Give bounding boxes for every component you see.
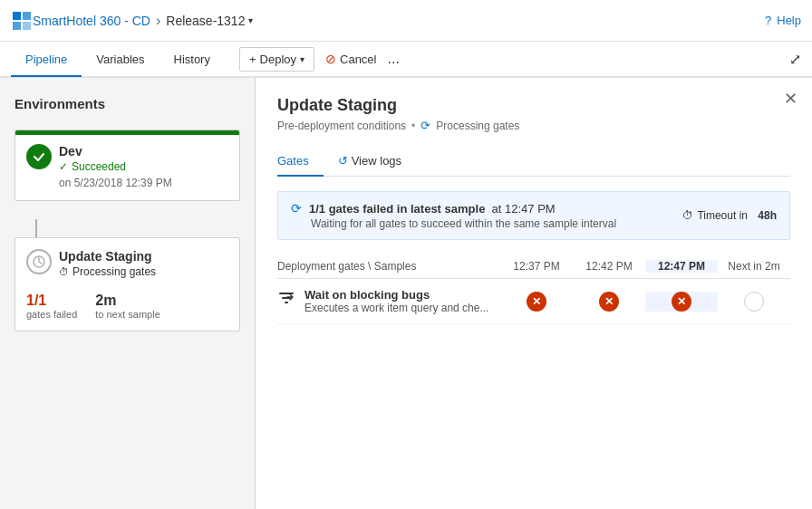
deploy-dropdown-icon[interactable]: ▾ xyxy=(300,54,304,64)
top-bar-right: ? Help xyxy=(765,14,801,27)
gate-status-1237: ✕ xyxy=(500,292,573,312)
col-header-1237: 12:37 PM xyxy=(500,260,573,273)
detail-tabs: Gates ↺ View logs xyxy=(277,147,790,177)
alert-timeout: ⏱ Timeout in 48h xyxy=(682,209,777,222)
app-name[interactable]: SmartHotel 360 - CD xyxy=(33,14,150,28)
breadcrumb-separator: › xyxy=(156,13,160,29)
main-content: Environments Dev ✓ Succeeded on 5/23/201… xyxy=(0,78,812,509)
gate-desc: Executes a work item query and che... xyxy=(304,302,488,314)
toolbar-actions: + Deploy ▾ ⊘ Cancel ... xyxy=(239,47,400,72)
logo-area xyxy=(11,10,33,32)
alert-sub-text: Waiting for all gates to succeed within … xyxy=(291,217,616,230)
release-dropdown-icon[interactable]: ▾ xyxy=(248,15,253,25)
left-panel: Environments Dev ✓ Succeeded on 5/23/201… xyxy=(0,78,256,509)
staging-env-name: Update Staging xyxy=(59,249,156,264)
svg-rect-1 xyxy=(23,12,31,20)
svg-rect-7 xyxy=(285,302,288,303)
clock-icon: ⏱ xyxy=(59,266,69,277)
alert-left: ⟳ 1/1 gates failed in latest sample at 1… xyxy=(291,201,616,230)
toolbar: Pipeline Variables History + Deploy ▾ ⊘ … xyxy=(0,42,812,78)
gates-failed-value: 1/1 xyxy=(26,293,77,309)
gate-filter-icon xyxy=(277,290,295,312)
dev-env-icon xyxy=(26,144,52,169)
status-empty-icon xyxy=(744,292,764,312)
timeout-value: 48h xyxy=(758,209,777,222)
plus-icon: + xyxy=(249,53,256,66)
expand-icon[interactable]: ⤢ xyxy=(789,52,801,67)
gate-table-header: Deployment gates \ Samples 12:37 PM 12:4… xyxy=(277,254,790,279)
environments-title: Environments xyxy=(14,96,240,111)
gate-name: Wait on blocking bugs xyxy=(304,288,488,302)
gates-failed-label: gates failed xyxy=(26,309,77,320)
staging-env-icon xyxy=(26,249,52,274)
svg-rect-5 xyxy=(279,293,294,294)
more-button[interactable]: ... xyxy=(387,51,399,67)
processing-spinner-icon: ⟳ xyxy=(420,119,430,132)
dev-env-status: ✓ Succeeded xyxy=(59,160,172,173)
col-header-1247: 12:47 PM xyxy=(645,260,718,273)
tab-pipeline[interactable]: Pipeline xyxy=(11,43,82,77)
svg-rect-3 xyxy=(23,22,31,30)
col-header-1242: 12:42 PM xyxy=(573,260,645,273)
next-sample-label: to next sample xyxy=(95,309,160,320)
deploy-button[interactable]: + Deploy ▾ xyxy=(239,47,314,72)
gate-status-1247: ✕ xyxy=(645,292,718,312)
dev-env-date: on 5/23/2018 12:39 PM xyxy=(59,177,172,189)
help-icon: ? xyxy=(765,14,771,27)
alert-main-text: ⟳ 1/1 gates failed in latest sample at 1… xyxy=(291,201,616,216)
clock-icon-alert: ⏱ xyxy=(682,209,693,222)
status-fail-icon: ✕ xyxy=(672,292,691,312)
detail-panel: ✕ Update Staging Pre-deployment conditio… xyxy=(256,78,812,342)
detail-subtitle: Pre-deployment conditions • ⟳ Processing… xyxy=(277,119,790,132)
gate-table: Deployment gates \ Samples 12:37 PM 12:4… xyxy=(277,254,790,324)
detail-title: Update Staging xyxy=(277,96,790,115)
detail-tab-gates[interactable]: Gates xyxy=(277,147,324,177)
top-bar: SmartHotel 360 - CD › Release-1312 ▾ ? H… xyxy=(0,0,812,42)
staging-env-status: ⏱ Processing gates xyxy=(59,265,156,278)
cancel-button[interactable]: ⊘ Cancel xyxy=(325,52,376,66)
staging-env-metrics: 1/1 gates failed 2m to next sample xyxy=(26,285,228,320)
help-label[interactable]: Help xyxy=(777,14,801,27)
alert-prefix: 1/1 gates failed in latest sample xyxy=(309,202,485,216)
breadcrumb: SmartHotel 360 - CD › Release-1312 ▾ xyxy=(33,13,253,29)
next-sample-value: 2m xyxy=(95,293,160,309)
gate-status-1242: ✕ xyxy=(573,292,645,312)
release-name[interactable]: Release-1312 ▾ xyxy=(166,14,253,28)
alert-banner: ⟳ 1/1 gates failed in latest sample at 1… xyxy=(277,191,790,240)
status-fail-icon: ✕ xyxy=(527,292,546,312)
dev-env-name: Dev xyxy=(59,144,172,158)
gate-name-cell: Wait on blocking bugs Executes a work it… xyxy=(277,288,500,314)
toolbar-right: ⤢ xyxy=(789,51,801,68)
alert-time: at 12:47 PM xyxy=(492,202,556,216)
tab-history[interactable]: History xyxy=(160,43,225,77)
table-row: Wait on blocking bugs Executes a work it… xyxy=(277,279,790,324)
right-panel: ✕ Update Staging Pre-deployment conditio… xyxy=(256,78,812,509)
viewlogs-icon: ↺ xyxy=(338,154,348,168)
col-header-name: Deployment gates \ Samples xyxy=(277,260,500,273)
svg-rect-2 xyxy=(13,22,21,30)
env-card-update-staging[interactable]: Update Staging ⏱ Processing gates 1/1 ga… xyxy=(14,237,240,331)
tab-variables[interactable]: Variables xyxy=(82,43,159,77)
alert-spinner-icon: ⟳ xyxy=(291,201,302,216)
cancel-icon: ⊘ xyxy=(325,52,336,66)
svg-rect-0 xyxy=(13,12,21,20)
env-connector xyxy=(35,219,37,237)
check-icon: ✓ xyxy=(59,160,68,173)
detail-close-button[interactable]: ✕ xyxy=(784,89,798,109)
status-fail-icon: ✕ xyxy=(599,292,619,312)
env-card-dev[interactable]: Dev ✓ Succeeded on 5/23/2018 12:39 PM xyxy=(14,130,240,201)
gate-status-next xyxy=(718,292,790,312)
detail-tab-viewlogs[interactable]: ↺ View logs xyxy=(338,147,416,177)
app-logo xyxy=(11,10,33,32)
col-header-next: Next in 2m xyxy=(718,260,790,273)
